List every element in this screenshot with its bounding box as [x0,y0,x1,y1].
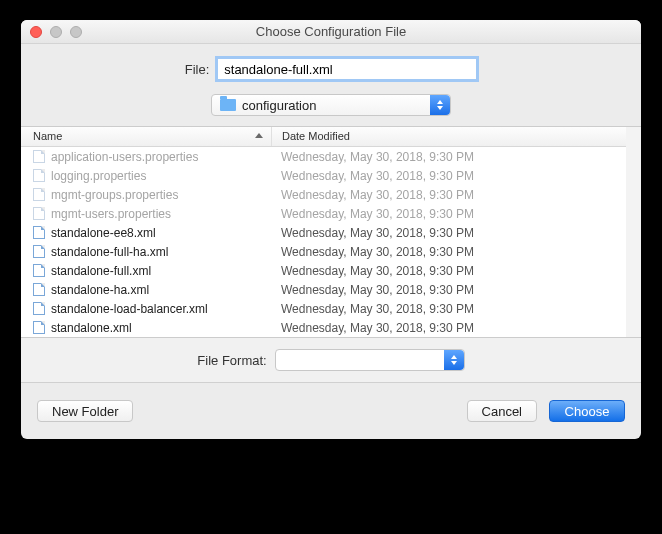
file-name-cell: standalone-ha.xml [21,283,271,297]
folder-icon [220,99,236,111]
file-row[interactable]: standalone-ee8.xmlWednesday, May 30, 201… [21,223,626,242]
file-name-cell: standalone-full.xml [21,264,271,278]
file-row[interactable]: standalone-full-ha.xmlWednesday, May 30,… [21,242,626,261]
file-name-cell: mgmt-groups.properties [21,188,271,202]
close-window-icon[interactable] [30,26,42,38]
dropdown-arrows-icon [430,95,450,115]
document-icon [33,188,45,201]
file-date-cell: Wednesday, May 30, 2018, 9:30 PM [271,302,626,316]
file-row: mgmt-users.propertiesWednesday, May 30, … [21,204,626,223]
file-date-cell: Wednesday, May 30, 2018, 9:30 PM [271,226,626,240]
scrollbar[interactable] [626,126,641,338]
file-name-cell: application-users.properties [21,150,271,164]
column-date-label: Date Modified [282,130,350,142]
file-name-text: standalone-load-balancer.xml [51,302,208,316]
format-bar: File Format: [21,337,641,383]
maximize-window-icon [70,26,82,38]
file-name-cell: standalone-load-balancer.xml [21,302,271,316]
file-format-label: File Format: [197,353,266,368]
file-row[interactable]: standalone-ha.xmlWednesday, May 30, 2018… [21,280,626,299]
titlebar: Choose Configuration File [21,20,641,44]
location-select[interactable]: configuration [211,94,451,116]
file-name-text: application-users.properties [51,150,198,164]
location-value: configuration [242,98,316,113]
window-controls [30,26,82,38]
file-name-input[interactable] [217,58,477,80]
file-name-cell: standalone-ee8.xml [21,226,271,240]
document-icon [33,226,45,239]
file-format-select[interactable] [275,349,465,371]
column-headers: Name Date Modified [21,127,626,147]
file-date-cell: Wednesday, May 30, 2018, 9:30 PM [271,283,626,297]
document-icon [33,321,45,334]
file-date-cell: Wednesday, May 30, 2018, 9:30 PM [271,150,626,164]
footer: New Folder Cancel Choose [21,383,641,439]
minimize-window-icon [50,26,62,38]
file-name-cell: logging.properties [21,169,271,183]
dropdown-arrows-icon [444,350,464,370]
file-date-cell: Wednesday, May 30, 2018, 9:30 PM [271,245,626,259]
file-date-cell: Wednesday, May 30, 2018, 9:30 PM [271,264,626,278]
file-name-text: standalone-ee8.xml [51,226,156,240]
cancel-button[interactable]: Cancel [467,400,537,422]
file-list: Name Date Modified application-users.pro… [21,126,626,338]
file-name-cell: mgmt-users.properties [21,207,271,221]
file-name-text: standalone-full-ha.xml [51,245,168,259]
file-name-text: mgmt-groups.properties [51,188,178,202]
document-icon [33,150,45,163]
document-icon [33,264,45,277]
file-row[interactable]: standalone-load-balancer.xmlWednesday, M… [21,299,626,318]
document-icon [33,302,45,315]
column-date[interactable]: Date Modified [271,127,626,146]
file-list-container: Name Date Modified application-users.pro… [21,126,641,338]
file-row[interactable]: standalone-full.xmlWednesday, May 30, 20… [21,261,626,280]
file-row[interactable]: standalone.xmlWednesday, May 30, 2018, 9… [21,318,626,337]
choose-button[interactable]: Choose [549,400,625,422]
document-icon [33,283,45,296]
document-icon [33,207,45,220]
column-name-label: Name [33,130,62,142]
file-name-text: standalone-ha.xml [51,283,149,297]
file-name-cell: standalone.xml [21,321,271,335]
file-row: logging.propertiesWednesday, May 30, 201… [21,166,626,185]
window-title: Choose Configuration File [21,24,641,39]
file-label: File: [185,62,210,77]
file-rows: application-users.propertiesWednesday, M… [21,147,626,337]
file-date-cell: Wednesday, May 30, 2018, 9:30 PM [271,169,626,183]
file-date-cell: Wednesday, May 30, 2018, 9:30 PM [271,321,626,335]
location-row: configuration [39,94,623,116]
file-name-row: File: [39,58,623,80]
file-name-text: mgmt-users.properties [51,207,171,221]
file-name-text: standalone-full.xml [51,264,151,278]
file-dialog: Choose Configuration File File: configur… [21,20,641,439]
sort-ascending-icon [255,133,263,138]
file-name-text: standalone.xml [51,321,132,335]
new-folder-button[interactable]: New Folder [37,400,133,422]
file-row: mgmt-groups.propertiesWednesday, May 30,… [21,185,626,204]
document-icon [33,169,45,182]
file-date-cell: Wednesday, May 30, 2018, 9:30 PM [271,207,626,221]
file-name-cell: standalone-full-ha.xml [21,245,271,259]
column-name[interactable]: Name [21,127,271,146]
file-name-text: logging.properties [51,169,146,183]
document-icon [33,245,45,258]
file-row: application-users.propertiesWednesday, M… [21,147,626,166]
file-date-cell: Wednesday, May 30, 2018, 9:30 PM [271,188,626,202]
header-section: File: configuration [21,44,641,126]
